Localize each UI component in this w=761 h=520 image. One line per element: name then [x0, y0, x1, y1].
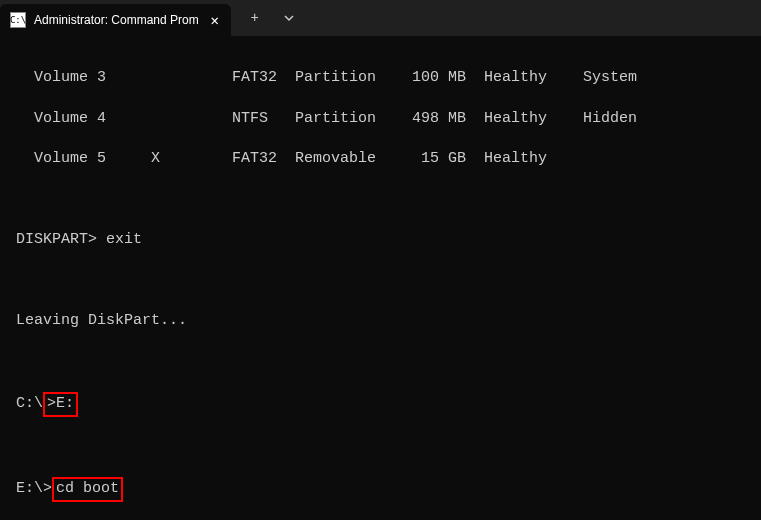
terminal-output[interactable]: Volume 3 FAT32 Partition 100 MB Healthy …	[0, 36, 761, 520]
plus-icon[interactable]: +	[245, 8, 265, 28]
chevron-down-icon[interactable]	[279, 8, 299, 28]
tab-title: Administrator: Command Prom	[34, 13, 199, 27]
volumes-row: Volume 4 NTFS Partition 498 MB Healthy H…	[16, 109, 745, 129]
diskpart-exit-line: DISKPART> exit	[16, 230, 745, 250]
tab-command-prompt[interactable]: C:\ Administrator: Command Prom ✕	[0, 4, 231, 36]
prompt-line-2: E:\>cd boot	[16, 477, 745, 501]
highlight-cmd-2: cd boot	[52, 477, 123, 501]
volumes-row: Volume 3 FAT32 Partition 100 MB Healthy …	[16, 68, 745, 88]
close-icon[interactable]: ✕	[207, 12, 223, 28]
titlebar: C:\ Administrator: Command Prom ✕ +	[0, 0, 761, 36]
leaving-line: Leaving DiskPart...	[16, 311, 745, 331]
volumes-row: Volume 5 X FAT32 Removable 15 GB Healthy	[16, 149, 745, 169]
cmd-icon: C:\	[10, 12, 26, 28]
prompt-line-1: C:\>E:	[16, 392, 745, 416]
highlight-cmd-1: >E:	[43, 392, 78, 416]
titlebar-controls: +	[231, 8, 299, 28]
